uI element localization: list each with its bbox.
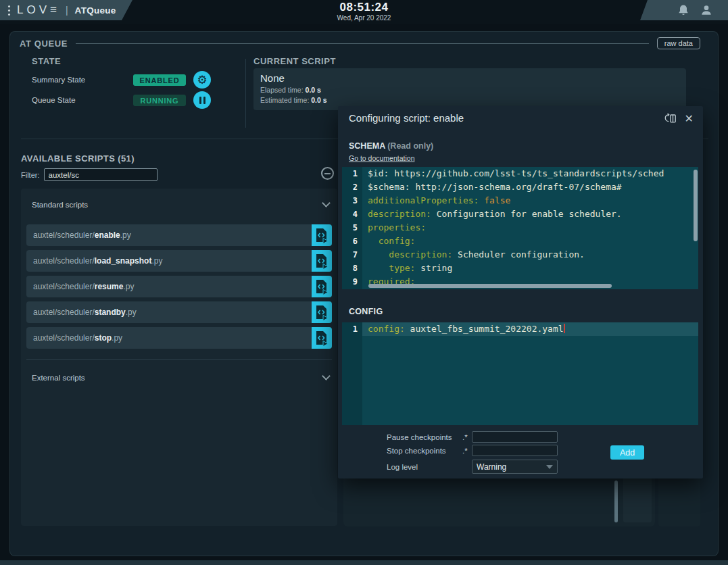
script-row-standby: auxtel/scheduler/standby.py <box>26 301 332 323</box>
schema-readonly-label: (Read only) <box>387 141 433 151</box>
external-scripts-header[interactable]: External scripts <box>32 371 329 385</box>
log-level-label: Log level <box>387 463 462 471</box>
current-script-title: CURRENT SCRIPT <box>253 56 336 66</box>
collapse-panel-icon[interactable] <box>321 167 334 180</box>
filter-row: Filter: <box>21 168 157 181</box>
schema-heading: SCHEMA (Read only) <box>349 141 433 151</box>
pause-checkpoints-label: Pause checkpoints <box>387 433 462 441</box>
header-rule <box>76 43 649 44</box>
script-row-resume: auxtel/scheduler/resume.py <box>26 276 332 297</box>
top-bar: LOV≡ | ATQueue 08:51:24 Wed, Apr 20 2022 <box>0 0 728 24</box>
configure-script-modal: Configuring script: enable ✕ SCHEMA (Rea… <box>338 106 703 478</box>
state-divider <box>245 59 246 128</box>
close-icon[interactable]: ✕ <box>685 112 694 125</box>
summary-state-row: Summary State <box>32 76 85 84</box>
launch-script-button[interactable] <box>312 301 332 323</box>
current-script-name: None <box>260 72 679 84</box>
summary-state-config-button[interactable]: ⚙ <box>193 71 211 89</box>
launch-script-button[interactable] <box>312 224 332 246</box>
panel-header: AT QUEUE raw data <box>20 36 700 51</box>
log-level-select[interactable]: Warning <box>472 460 558 474</box>
topbar-right-tab <box>640 0 728 20</box>
clock: 08:51:24 Wed, Apr 20 2022 <box>0 1 728 22</box>
external-scripts-label: External scripts <box>32 374 85 382</box>
pause-icon <box>199 97 205 104</box>
chevron-down-icon <box>546 465 553 469</box>
script-path: auxtel/scheduler/standby.py <box>26 308 312 317</box>
schema-vertical-scrollbar[interactable] <box>694 170 698 241</box>
chevron-down-icon <box>322 199 331 207</box>
code-line: 4description: Configuration for enable s… <box>342 207 698 221</box>
queue-state-row: Queue State <box>32 96 76 104</box>
user-icon[interactable] <box>700 3 713 17</box>
clock-time: 08:51:24 <box>0 1 728 14</box>
stop-checkpoints-hint: .* <box>462 447 472 455</box>
atqueue-screen: LOV≡ | ATQueue 08:51:24 Wed, Apr 20 2022… <box>0 0 728 565</box>
launch-script-icon <box>314 227 329 243</box>
pause-checkpoints-hint: .* <box>462 433 472 441</box>
standard-scripts-header[interactable]: Standard scripts <box>32 198 329 212</box>
add-button[interactable]: Add <box>610 445 644 460</box>
code-line: 2$schema: http://json-schema.org/draft-0… <box>342 180 698 194</box>
documentation-link[interactable]: Go to documentation <box>349 154 414 162</box>
launch-script-icon <box>314 253 329 269</box>
gear-icon: ⚙ <box>197 74 207 86</box>
queue-background-strip <box>623 474 652 522</box>
launch-script-icon <box>314 330 329 346</box>
code-line: 3additionalProperties: false <box>342 194 698 207</box>
state-section-title: STATE <box>32 56 61 66</box>
queue-state-label: Queue State <box>32 96 76 104</box>
schema-horizontal-scrollbar[interactable] <box>368 284 612 288</box>
summary-state-label: Summary State <box>32 76 85 84</box>
script-row-enable: auxtel/scheduler/enable.py <box>26 224 332 246</box>
script-path: auxtel/scheduler/load_snapshot.py <box>26 256 312 266</box>
estimated-time-value: 0.0 s <box>311 96 326 104</box>
current-script-box: None Elapsed time: 0.0 s Estimated time:… <box>253 68 686 110</box>
queue-scrollbar[interactable] <box>614 481 618 522</box>
filter-input[interactable] <box>44 168 157 181</box>
pause-checkpoints-row: Pause checkpoints .* <box>387 431 558 443</box>
script-row-stop: auxtel/scheduler/stop.py <box>26 327 332 349</box>
launch-script-icon <box>314 278 329 295</box>
stop-checkpoints-input[interactable] <box>472 445 558 456</box>
code-line: 5properties: <box>342 221 698 235</box>
schema-title: SCHEMA <box>349 141 385 151</box>
summary-state-badge: ENABLED <box>133 74 186 86</box>
stop-checkpoints-label: Stop checkpoints <box>387 447 462 455</box>
config-heading: CONFIG <box>349 307 383 316</box>
launch-script-icon <box>314 304 329 320</box>
log-level-row: Log level Warning <box>387 460 558 474</box>
filter-label: Filter: <box>21 171 40 179</box>
script-path: auxtel/scheduler/stop.py <box>26 333 312 343</box>
pause-checkpoints-input[interactable] <box>472 431 558 443</box>
code-line: 1config: auxtel_fbs_summit_202202.yaml <box>342 322 698 336</box>
elapsed-time-row: Elapsed time: 0.0 s <box>260 86 679 94</box>
launch-script-button[interactable] <box>312 327 332 349</box>
footer-bar <box>0 560 728 565</box>
log-level-value: Warning <box>477 462 546 472</box>
launch-script-button[interactable] <box>312 276 332 297</box>
config-code-editor[interactable]: 1config: auxtel_fbs_summit_202202.yaml <box>342 322 698 425</box>
standard-scripts-label: Standard scripts <box>32 201 88 209</box>
code-line: 8 type: string <box>342 262 698 275</box>
panel-title: AT QUEUE <box>20 39 68 49</box>
scripts-list-panel: Standard scripts auxtel/scheduler/enable… <box>21 189 337 526</box>
script-path: auxtel/scheduler/resume.py <box>26 282 312 291</box>
raw-data-button[interactable]: raw data <box>657 37 700 49</box>
scripts-group-divider <box>26 359 332 360</box>
elapsed-time-label: Elapsed time: <box>260 86 304 94</box>
script-row-load-snapshot: auxtel/scheduler/load_snapshot.py <box>26 250 332 272</box>
chevron-down-icon <box>322 372 331 380</box>
stop-checkpoints-row: Stop checkpoints .* <box>387 445 558 456</box>
schema-code-editor[interactable]: 1$id: https://github.com/lsst-ts/ts_stan… <box>342 167 698 289</box>
queue-pause-button[interactable] <box>193 91 211 109</box>
available-scripts-title: AVAILABLE SCRIPTS (51) <box>21 153 135 164</box>
dock-toggle-icon[interactable] <box>664 112 678 125</box>
queue-state-badge: RUNNING <box>133 95 186 106</box>
bell-icon[interactable] <box>677 3 690 17</box>
text-cursor <box>564 324 565 333</box>
modal-title: Configuring script: enable <box>349 112 464 124</box>
elapsed-time-value: 0.0 s <box>306 86 321 94</box>
code-line: 1$id: https://github.com/lsst-ts/ts_stan… <box>342 167 698 180</box>
launch-script-button[interactable] <box>312 250 332 272</box>
